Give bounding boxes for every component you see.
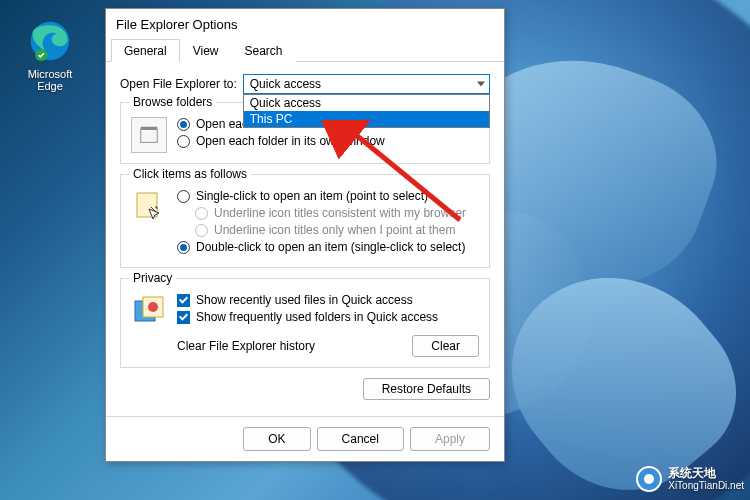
clear-button[interactable]: Clear [412, 335, 479, 357]
combo-value: Quick access [250, 77, 321, 91]
checkbox-icon [177, 294, 190, 307]
radio-underline-point: Underline icon titles only when I point … [195, 223, 479, 237]
tab-general-body: Open File Explorer to: Quick access Quic… [106, 62, 504, 416]
check-recent-files[interactable]: Show recently used files in Quick access [177, 293, 479, 307]
open-explorer-combo[interactable]: Quick access Quick access This PC [243, 74, 490, 94]
svg-point-10 [644, 474, 654, 484]
dialog-footer: OK Cancel Apply [106, 416, 504, 461]
group-title: Privacy [129, 271, 176, 285]
edge-icon [29, 20, 71, 62]
group-title: Browse folders [129, 95, 216, 109]
radio-icon [177, 135, 190, 148]
clear-history-label: Clear File Explorer history [177, 339, 315, 353]
radio-own-window[interactable]: Open each folder in its own window [177, 134, 479, 148]
tab-search[interactable]: Search [232, 39, 296, 62]
restore-defaults-button[interactable]: Restore Defaults [363, 378, 490, 400]
desktop-icon-edge[interactable]: Microsoft Edge [15, 20, 85, 92]
tab-view[interactable]: View [180, 39, 232, 62]
click-items-icon [131, 189, 167, 225]
watermark: 系统天地 XiTongTianDi.net [634, 464, 744, 494]
radio-icon [195, 207, 208, 220]
radio-icon [195, 224, 208, 237]
watermark-gear-icon [634, 464, 664, 494]
open-explorer-label: Open File Explorer to: [120, 77, 237, 91]
check-frequent-folders[interactable]: Show frequently used folders in Quick ac… [177, 310, 479, 324]
group-click-items: Click items as follows Single-click to o… [120, 174, 490, 268]
file-explorer-options-dialog: File Explorer Options General View Searc… [105, 8, 505, 462]
dialog-title: File Explorer Options [106, 9, 504, 38]
tab-bar: General View Search [106, 38, 504, 62]
group-title: Click items as follows [129, 167, 251, 181]
svg-rect-3 [141, 127, 158, 130]
radio-icon [177, 241, 190, 254]
cancel-button[interactable]: Cancel [317, 427, 404, 451]
browse-folders-icon [131, 117, 167, 153]
apply-button[interactable]: Apply [410, 427, 490, 451]
radio-icon [177, 190, 190, 203]
dropdown-item-quick-access[interactable]: Quick access [244, 95, 489, 111]
desktop-icon-label: Microsoft Edge [15, 68, 85, 92]
dropdown-item-this-pc[interactable]: This PC [244, 111, 489, 127]
checkbox-icon [177, 311, 190, 324]
radio-underline-browser: Underline icon titles consistent with my… [195, 206, 479, 220]
ok-button[interactable]: OK [243, 427, 310, 451]
tab-general[interactable]: General [111, 39, 180, 62]
open-explorer-dropdown: Quick access This PC [243, 94, 490, 128]
radio-icon [177, 118, 190, 131]
watermark-line2: XiTongTianDi.net [668, 480, 744, 491]
radio-double-click[interactable]: Double-click to open an item (single-cli… [177, 240, 479, 254]
privacy-icon [131, 293, 167, 329]
open-explorer-row: Open File Explorer to: Quick access Quic… [120, 74, 490, 94]
chevron-down-icon [477, 82, 485, 87]
group-privacy: Privacy Show recently used files in Quic… [120, 278, 490, 368]
svg-point-7 [148, 302, 158, 312]
watermark-line1: 系统天地 [668, 467, 744, 480]
svg-rect-2 [141, 130, 158, 143]
radio-single-click[interactable]: Single-click to open an item (point to s… [177, 189, 479, 203]
